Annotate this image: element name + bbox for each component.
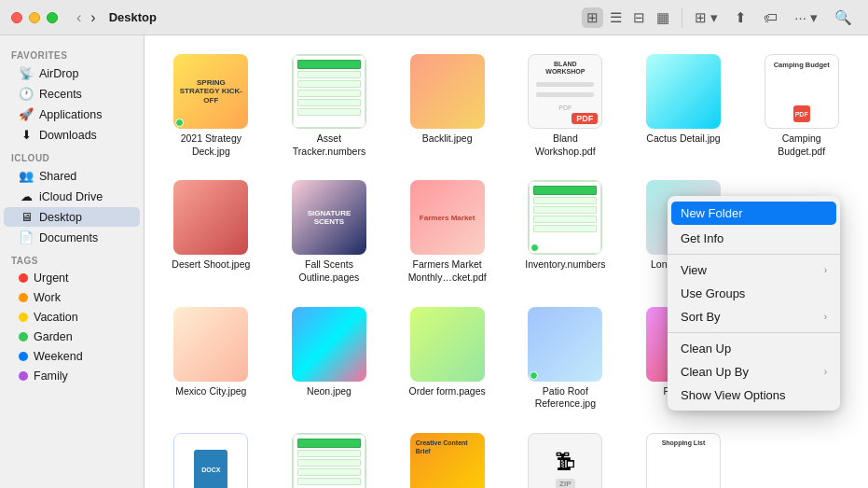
file-thumb-project-brief: Creative Content Brief xyxy=(410,433,485,488)
file-item-mexico-city[interactable]: Mexico City.jpeg xyxy=(156,303,267,402)
tag-dot-family xyxy=(19,371,28,381)
gallery-view-button[interactable]: ▦ xyxy=(652,7,674,28)
file-thumb-desert-shoot xyxy=(173,180,248,255)
file-thumb-bland-workshop: BLAND WORKSHOP PDF PDF xyxy=(528,54,602,129)
file-item-asset-tracker[interactable]: Asset Tracker.numbers xyxy=(274,50,385,161)
context-menu-item-show-view-options[interactable]: Show View Options xyxy=(668,383,840,407)
file-item-production-budget[interactable]: Production Budget.numbers xyxy=(274,429,385,488)
file-item-neon[interactable]: Neon.jpeg xyxy=(274,303,385,402)
documents-icon: 📄 xyxy=(19,230,34,244)
tag-dot-weekend xyxy=(19,352,28,361)
file-thumb-round-deliverables: 🗜 ZIP xyxy=(528,433,602,488)
sidebar-item-applications[interactable]: 🚀 Applications xyxy=(4,105,140,124)
file-item-fall-scents[interactable]: SIGNATURE SCENTS Fall Scents Outline.pag… xyxy=(274,176,385,287)
numbers-thumbnail-production xyxy=(293,434,365,488)
maximize-button[interactable] xyxy=(47,12,58,23)
main-layout: Favorites 📡 AirDrop 🕐 Recents 🚀 Applicat… xyxy=(0,35,868,488)
file-item-inventory[interactable]: Inventory.numbers xyxy=(510,176,621,275)
sidebar-item-icloud-drive[interactable]: ☁ iCloud Drive xyxy=(4,187,140,206)
shared-icon: 👥 xyxy=(19,169,34,183)
file-item-desert-shoot[interactable]: Desert Shoot.jpeg xyxy=(156,176,267,275)
context-menu-item-clean-up-by[interactable]: Clean Up By › xyxy=(668,360,840,383)
search-button[interactable]: 🔍 xyxy=(830,7,857,28)
close-button[interactable] xyxy=(11,12,22,23)
context-menu-label-view: View xyxy=(681,263,707,277)
favorites-section-label: Favorites xyxy=(0,43,144,63)
sidebar-label-icloud-drive: iCloud Drive xyxy=(39,190,103,203)
context-menu-item-use-groups[interactable]: Use Groups xyxy=(668,282,840,305)
file-item-cactus-detail[interactable]: Cactus Detail.jpg xyxy=(628,50,739,149)
sidebar-item-tag-garden[interactable]: Garden xyxy=(4,328,140,346)
file-name-neon: Neon.jpeg xyxy=(307,385,351,398)
file-thumb-backlit xyxy=(410,54,485,129)
context-menu-item-view[interactable]: View › xyxy=(668,258,840,282)
file-thumb-shopping-list: Shopping List PDF xyxy=(646,433,721,488)
context-menu: New Folder Get Info View › Use Groups So… xyxy=(668,196,840,411)
icon-view-button[interactable]: ⊞ xyxy=(582,7,603,28)
spring-kick-thumbnail: SPRING STRATEGY KICK-OFF xyxy=(173,54,248,129)
context-menu-item-clean-up[interactable]: Clean Up xyxy=(668,337,840,360)
sidebar-item-shared[interactable]: 👥 Shared xyxy=(4,166,140,186)
sidebar-item-tag-work[interactable]: Work xyxy=(4,288,140,307)
file-thumb-farmers-market: Farmers Market xyxy=(410,180,485,255)
sidebar-item-airdrop[interactable]: 📡 AirDrop xyxy=(4,63,140,83)
sidebar-label-documents: Documents xyxy=(39,231,98,244)
file-item-shopping-list[interactable]: Shopping List PDF Shopping List.pdf xyxy=(628,429,739,488)
file-item-bland-workshop[interactable]: BLAND WORKSHOP PDF PDF Bland Workshop.pd… xyxy=(510,50,621,161)
context-menu-label-new-folder: New Folder xyxy=(681,206,742,220)
file-item-patio-roof[interactable]: Patio Roof Reference.jpg xyxy=(510,303,621,414)
group-button[interactable]: ⊞ ▾ xyxy=(690,7,723,28)
file-item-order-form[interactable]: Order form.pages xyxy=(392,303,503,402)
numbers-thumbnail-inventory xyxy=(529,181,601,254)
file-item-farmers-market[interactable]: Farmers Market Farmers Market Monthly…ck… xyxy=(392,176,503,287)
context-menu-label-clean-up: Clean Up xyxy=(681,342,731,356)
recents-icon: 🕐 xyxy=(19,87,34,101)
context-menu-item-new-folder[interactable]: New Folder xyxy=(671,202,836,225)
sidebar-label-work: Work xyxy=(34,291,61,304)
sidebar-label-vacation: Vacation xyxy=(34,311,78,324)
file-thumb-fall-scents: SIGNATURE SCENTS xyxy=(292,180,366,255)
file-thumb-camping-budget: Camping Budget PDF xyxy=(765,54,839,129)
sidebar-item-tag-weekend[interactable]: Weekend xyxy=(4,347,140,366)
more-button[interactable]: ··· ▾ xyxy=(790,7,822,28)
file-name-desert-shoot: Desert Shoot.jpeg xyxy=(172,258,250,272)
file-name-backlit: Backlit.jpeg xyxy=(422,132,473,146)
context-menu-label-use-groups: Use Groups xyxy=(681,286,745,300)
sort-by-chevron-icon: › xyxy=(824,312,827,322)
sidebar-item-tag-family[interactable]: Family xyxy=(4,367,140,385)
file-thumb-production-budget xyxy=(292,433,366,488)
minimize-button[interactable] xyxy=(29,12,40,23)
tags-section-label: Tags xyxy=(0,248,144,268)
file-item-2021-strategy-deck[interactable]: SPRING STRATEGY KICK-OFF 2021 Strategy D… xyxy=(156,50,267,161)
tag-dot-vacation xyxy=(19,313,28,322)
sidebar-item-tag-urgent[interactable]: Urgent xyxy=(4,269,140,287)
traffic-lights xyxy=(11,12,58,23)
file-thumb-inventory xyxy=(528,180,602,255)
file-item-project-brief[interactable]: Creative Content Brief Project Brief.jpg xyxy=(392,429,503,488)
context-menu-item-get-info[interactable]: Get Info xyxy=(668,227,840,250)
sidebar-item-tag-vacation[interactable]: Vacation xyxy=(4,308,140,327)
back-button[interactable]: ‹ xyxy=(73,7,85,28)
file-thumb-patio-roof xyxy=(528,307,602,382)
sidebar-item-desktop[interactable]: 🖥 Desktop xyxy=(4,207,140,227)
file-thumb-mexico-city xyxy=(173,307,248,382)
context-menu-label-get-info: Get Info xyxy=(681,231,723,245)
sidebar-item-downloads[interactable]: ⬇ Downloads xyxy=(4,125,140,145)
sidebar-item-documents[interactable]: 📄 Documents xyxy=(4,228,140,247)
numbers-thumbnail-asset xyxy=(293,55,365,128)
list-view-button[interactable]: ☰ xyxy=(605,7,627,28)
file-item-presentation[interactable]: DOCX Presentation Outline.docx xyxy=(156,429,267,488)
file-item-backlit[interactable]: Backlit.jpeg xyxy=(392,50,503,149)
context-menu-separator-1 xyxy=(668,254,840,255)
sidebar-label-applications: Applications xyxy=(39,108,102,121)
context-menu-item-sort-by[interactable]: Sort By › xyxy=(668,305,840,328)
share-button[interactable]: ⬆ xyxy=(730,7,751,28)
tag-button[interactable]: 🏷 xyxy=(759,7,782,27)
file-name-order-form: Order form.pages xyxy=(409,385,486,398)
file-item-round-deliverables[interactable]: 🗜 ZIP Round one Deliverables.zip xyxy=(510,429,621,488)
sidebar-item-recents[interactable]: 🕐 Recents xyxy=(4,84,140,104)
clean-up-by-chevron-icon: › xyxy=(824,367,827,377)
forward-button[interactable]: › xyxy=(87,7,99,28)
column-view-button[interactable]: ⊟ xyxy=(628,7,650,28)
file-item-camping-budget[interactable]: Camping Budget PDF Camping Budget.pdf xyxy=(746,50,857,161)
